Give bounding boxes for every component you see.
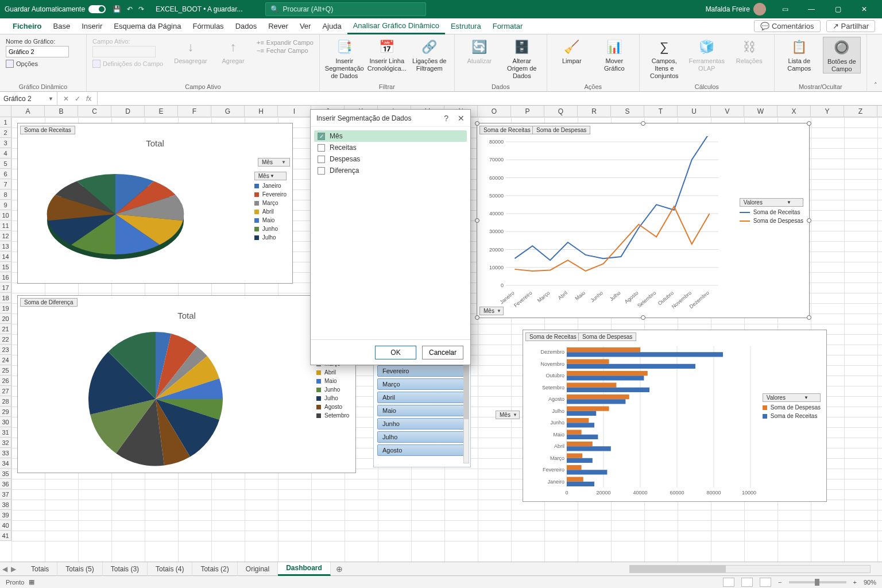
- row-header[interactable]: 22: [0, 334, 11, 345]
- share-button[interactable]: ↗Partilhar: [826, 20, 875, 32]
- next-sheet-icon[interactable]: ▶: [11, 565, 16, 573]
- slicer-field-row[interactable]: Diferença: [314, 165, 467, 176]
- row-header[interactable]: 39: [0, 510, 11, 520]
- tab-insert[interactable]: Inserir: [76, 18, 108, 34]
- row-header[interactable]: 30: [0, 417, 11, 427]
- col-header[interactable]: O: [478, 106, 511, 117]
- slicer-item[interactable]: Fevereiro: [377, 365, 467, 377]
- pivot-options-button[interactable]: Opções: [6, 60, 80, 68]
- row-header[interactable]: 38: [0, 500, 11, 510]
- slicer-field-row[interactable]: ✓Mês: [314, 130, 467, 142]
- pivot-chart-pie-diferenca[interactable]: Soma de Diferença Total Mês▼ Mês▼Janeiro…: [17, 295, 356, 473]
- row-header[interactable]: 18: [0, 293, 11, 303]
- field-list-button[interactable]: 📋Lista de Campos: [780, 37, 818, 72]
- row-header[interactable]: 16: [0, 272, 11, 283]
- row-header[interactable]: 37: [0, 489, 11, 500]
- row-header[interactable]: 19: [0, 303, 11, 314]
- zoom-slider[interactable]: [789, 581, 846, 583]
- fields-items-button[interactable]: ∑Campos, Itens e Conjuntos: [645, 37, 683, 80]
- zoom-in-icon[interactable]: +: [853, 579, 857, 586]
- minimize-icon[interactable]: —: [798, 0, 825, 18]
- undo-icon[interactable]: ↶: [127, 5, 133, 13]
- pivot-button-soma-receitas[interactable]: Soma de Receitas: [525, 332, 581, 341]
- cancel-formula-icon[interactable]: ✕: [63, 95, 69, 103]
- name-box[interactable]: Gráfico 2▼: [0, 92, 57, 105]
- pivot-button-mes[interactable]: Mês▼: [258, 158, 290, 167]
- row-header[interactable]: 20: [0, 314, 11, 324]
- pivot-chart-line[interactable]: Soma de Receitas Soma de Despesas 010000…: [477, 123, 810, 318]
- slicer-item[interactable]: Abril: [377, 392, 467, 403]
- row-header[interactable]: 32: [0, 438, 11, 448]
- pivot-button-soma-receitas[interactable]: Soma de Receitas: [20, 126, 75, 134]
- row-header[interactable]: 24: [0, 355, 11, 365]
- row-header[interactable]: 33: [0, 448, 11, 458]
- tab-design[interactable]: Estrutura: [445, 18, 487, 34]
- slicer-item[interactable]: Agosto: [377, 444, 467, 456]
- row-header[interactable]: 9: [0, 200, 11, 210]
- move-chart-button[interactable]: 📊Mover Gráfico: [595, 37, 633, 72]
- slicer-item[interactable]: Julho: [377, 431, 467, 443]
- col-header[interactable]: Z: [844, 106, 877, 117]
- pivot-button-soma-despesas[interactable]: Soma de Despesas: [578, 332, 636, 341]
- row-header[interactable]: 13: [0, 241, 11, 252]
- slicer-item[interactable]: Março: [377, 378, 467, 390]
- tab-analyze-pivot-chart[interactable]: Analisar Gráfico Dinâmico: [347, 18, 445, 34]
- row-header[interactable]: 26: [0, 376, 11, 386]
- slicer-field-row[interactable]: Despesas: [314, 153, 467, 165]
- save-icon[interactable]: 💾: [113, 5, 121, 13]
- redo-icon[interactable]: ↷: [138, 5, 144, 13]
- pivot-button-soma-despesas[interactable]: Soma de Despesas: [532, 126, 590, 134]
- close-dialog-icon[interactable]: ✕: [458, 114, 465, 123]
- pivot-button-soma-receitas[interactable]: Soma de Receitas: [479, 126, 535, 134]
- normal-view-button[interactable]: [723, 578, 734, 587]
- row-header[interactable]: 6: [0, 169, 11, 179]
- fx-icon[interactable]: fx: [86, 95, 91, 103]
- row-headers[interactable]: 1234567891011121314151617181920212223242…: [0, 117, 11, 541]
- filter-connections-button[interactable]: 🔗Ligações de Filtragem: [411, 37, 448, 72]
- row-header[interactable]: 25: [0, 365, 11, 376]
- slicer-item[interactable]: Maio: [377, 405, 467, 416]
- col-header[interactable]: I: [278, 106, 311, 117]
- row-header[interactable]: 4: [0, 148, 11, 158]
- horizontal-scrollbar[interactable]: [629, 565, 871, 573]
- pivot-button-mes[interactable]: Mês▼: [479, 307, 504, 315]
- ok-button[interactable]: OK: [375, 346, 416, 359]
- row-header[interactable]: 40: [0, 520, 11, 531]
- sheet-tab[interactable]: Totais (2): [192, 562, 237, 576]
- col-header[interactable]: P: [511, 106, 544, 117]
- row-header[interactable]: 7: [0, 179, 11, 189]
- add-sheet-button[interactable]: ⊕: [331, 564, 348, 574]
- help-icon[interactable]: ?: [444, 114, 448, 123]
- autosave-toggle[interactable]: Guardar Automaticamente: [5, 5, 106, 13]
- sheet-tab[interactable]: Dashboard: [278, 562, 331, 576]
- tab-home[interactable]: Base: [48, 18, 76, 34]
- row-header[interactable]: 27: [0, 386, 11, 396]
- row-header[interactable]: 14: [0, 252, 11, 262]
- comments-button[interactable]: 💬Comentários: [754, 20, 821, 32]
- row-header[interactable]: 5: [0, 158, 11, 169]
- row-header[interactable]: 36: [0, 479, 11, 489]
- sheet-tab[interactable]: Totais: [23, 562, 57, 576]
- col-header[interactable]: U: [678, 106, 711, 117]
- row-header[interactable]: 28: [0, 396, 11, 407]
- col-header[interactable]: T: [644, 106, 678, 117]
- pivot-button-soma-diferenca[interactable]: Soma de Diferença: [20, 298, 78, 307]
- select-all-corner[interactable]: [0, 106, 11, 117]
- tab-format[interactable]: Formatar: [487, 18, 529, 34]
- sheet-tab[interactable]: Totais (3): [103, 562, 148, 576]
- sheet-tab[interactable]: Totais (4): [148, 562, 192, 576]
- row-header[interactable]: 1: [0, 117, 11, 127]
- row-header[interactable]: 2: [0, 127, 11, 138]
- col-header[interactable]: E: [145, 106, 178, 117]
- row-header[interactable]: 10: [0, 210, 11, 220]
- clear-button[interactable]: 🧹Limpar: [553, 37, 591, 65]
- page-break-view-button[interactable]: [760, 578, 771, 587]
- close-icon[interactable]: ✕: [851, 0, 877, 18]
- tab-formulas[interactable]: Fórmulas: [187, 18, 229, 34]
- tab-view[interactable]: Ver: [294, 18, 317, 34]
- col-header[interactable]: B: [45, 106, 78, 117]
- row-header[interactable]: 11: [0, 220, 11, 231]
- change-source-button[interactable]: 🗄️Alterar Origem de Dados: [503, 37, 541, 80]
- slicer-scrollbar[interactable]: [463, 353, 469, 463]
- legend-header[interactable]: Valores▼: [740, 198, 803, 207]
